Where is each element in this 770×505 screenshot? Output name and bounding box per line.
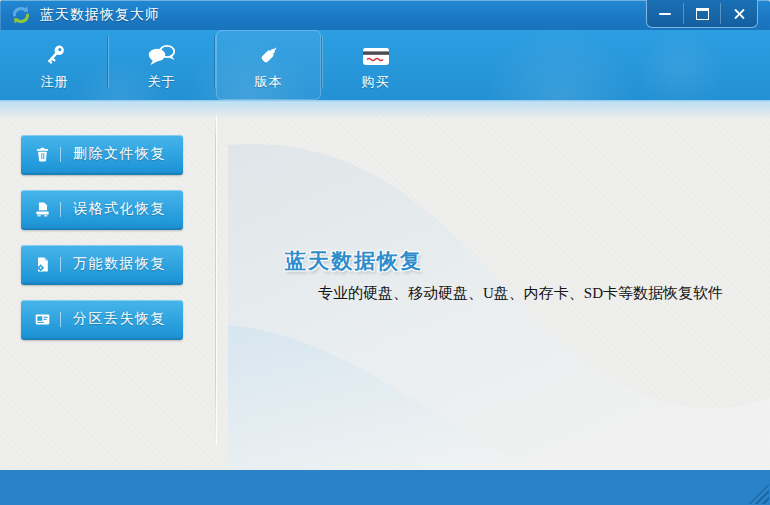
toolbar-label: 注册 bbox=[41, 73, 69, 91]
app-window: 蓝天数据恢复大师 bbox=[0, 0, 770, 505]
toolbar-button-register[interactable]: 注册 bbox=[2, 30, 107, 100]
toolbar-label: 关于 bbox=[148, 73, 176, 91]
sidebar-item-divider bbox=[60, 202, 61, 217]
sidebar-item-divider bbox=[60, 257, 61, 272]
close-icon bbox=[733, 7, 746, 20]
resize-grip[interactable] bbox=[749, 484, 769, 504]
sidebar-item-universal-recovery[interactable]: 万能数据恢复 bbox=[21, 245, 183, 285]
close-button[interactable] bbox=[721, 0, 757, 27]
credit-card-icon bbox=[361, 39, 391, 69]
titlebar: 蓝天数据恢复大师 bbox=[0, 0, 770, 30]
main-panel: 蓝天数据恢复 专业的硬盘、移动硬盘、U盘、内存卡、SD卡等数据恢复软件 bbox=[216, 103, 770, 470]
glue-pen-icon bbox=[255, 39, 282, 69]
toolbar-button-about[interactable]: 关于 bbox=[109, 30, 214, 100]
product-subtitle: 专业的硬盘、移动硬盘、U盘、内存卡、SD卡等数据恢复软件 bbox=[318, 284, 723, 303]
toolbar-button-buy[interactable]: 购买 bbox=[323, 30, 428, 100]
key-icon bbox=[41, 39, 68, 69]
product-title: 蓝天数据恢复 bbox=[285, 247, 423, 275]
sidebar-item-label: 分区丢失恢复 bbox=[73, 310, 166, 328]
sidebar-item-label: 万能数据恢复 bbox=[73, 255, 166, 273]
partition-drive-icon bbox=[34, 311, 51, 328]
toolbar-button-version[interactable]: 版本 bbox=[216, 30, 321, 100]
sidebar-item-label: 误格式化恢复 bbox=[73, 200, 166, 218]
toolbar-label: 购买 bbox=[362, 73, 390, 91]
maximize-button[interactable] bbox=[684, 0, 720, 27]
sidebar-item-divider bbox=[60, 147, 61, 162]
window-title: 蓝天数据恢复大师 bbox=[40, 6, 160, 24]
footer-bar bbox=[0, 470, 770, 505]
toolbar-label: 版本 bbox=[255, 73, 283, 91]
sidebar-item-divider bbox=[60, 312, 61, 327]
content-area: 删除文件恢复 误格式化恢复 bbox=[0, 103, 770, 470]
toolbar: 注册 关于 bbox=[0, 30, 770, 100]
sidebar: 删除文件恢复 误格式化恢复 bbox=[0, 103, 215, 470]
maximize-icon bbox=[696, 8, 709, 20]
file-gear-icon bbox=[34, 256, 51, 273]
sidebar-item-partition-recovery[interactable]: 分区丢失恢复 bbox=[21, 300, 183, 340]
sidebar-item-format-recovery[interactable]: 误格式化恢复 bbox=[21, 190, 183, 230]
minimize-icon bbox=[659, 13, 671, 15]
minimize-button[interactable] bbox=[647, 0, 683, 27]
window-controls bbox=[646, 0, 758, 28]
sidebar-item-label: 删除文件恢复 bbox=[73, 145, 166, 163]
format-disk-icon bbox=[34, 201, 51, 218]
trash-icon bbox=[34, 146, 51, 163]
sync-arrows-icon bbox=[10, 4, 32, 26]
sidebar-item-deleted-file-recovery[interactable]: 删除文件恢复 bbox=[21, 135, 183, 175]
chat-bubbles-icon bbox=[147, 39, 177, 69]
